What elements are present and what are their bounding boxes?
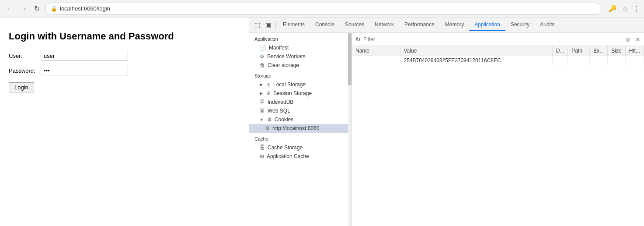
devtools-tabs: ⬚ ▣ Elements Console Sources Network Per… [249,18,644,33]
col-header-http[interactable]: Htt... [625,46,644,56]
col-header-value[interactable]: Value [400,46,552,56]
page-title: Login with Username and Password [9,31,240,42]
manifest-label: Manifest [269,45,289,51]
session-storage-icon: ⊞ [266,90,271,96]
cookies-label: Cookies [275,117,293,123]
key-icon: 🔑 [609,5,617,13]
star-icon: ☆ [622,5,628,13]
col-header-size[interactable]: Size [608,46,625,56]
application-section-label: Application [249,33,352,43]
devtools-panel: ⬚ ▣ Elements Console Sources Network Per… [249,18,644,226]
tab-separator [275,21,276,29]
service-workers-icon: ⚙ [260,53,265,60]
devtools-main: ↻ ⊘ ✕ Name Value D... Path [352,33,644,226]
password-row: Password: [9,66,240,75]
cookies-icon: ⚙ [267,117,272,123]
session-storage-label: Session Storage [273,90,312,96]
indexeddb-label: IndexedDB [268,99,293,105]
table-row[interactable]: 254B70402940825FE37094120116C8EC [352,56,644,65]
web-sql-label: Web SQL [268,108,290,114]
tab-memory[interactable]: Memory [440,19,469,31]
sidebar-item-manifest[interactable]: 📄 Manifest [249,43,352,52]
user-row: User: [9,51,240,60]
filter-bar: ↻ ⊘ ✕ [352,33,644,46]
cell-value: 254B70402940825FE37094120116C8EC [400,56,552,65]
forward-button[interactable]: → [18,4,29,14]
sidebar-item-cookies[interactable]: ▼ ⚙ Cookies [249,115,352,124]
tab-security[interactable]: Security [505,19,535,31]
cache-storage-icon: 🗄 [260,145,265,151]
service-workers-label: Service Workers [267,53,306,60]
local-storage-arrow: ▶ [260,82,263,87]
cookies-table: Name Value D... Path Ex... Size Htt... [352,46,644,226]
url-text: localhost:6060/login [60,5,596,12]
cell-http [625,56,644,65]
sidebar-item-indexeddb[interactable]: 🗄 IndexedDB [249,98,352,106]
tab-elements[interactable]: Elements [278,19,310,31]
cell-path [568,56,590,65]
main-area: Login with Username and Password User: P… [0,18,644,226]
filter-close-icon[interactable]: ✕ [635,36,641,43]
tab-console[interactable]: Console [310,19,340,31]
page-content: Login with Username and Password User: P… [0,18,249,226]
scrollbar-thumb[interactable] [348,33,352,85]
devtools-sidebar: Application 📄 Manifest ⚙ Service Workers… [249,33,352,226]
browser-icons: 🔑 ☆ ⋮ [609,5,640,13]
tab-sources[interactable]: Sources [340,19,369,31]
local-storage-label: Local Storage [273,81,306,88]
tab-application[interactable]: Application [469,19,505,31]
cookie-url-icon: ⚙ [265,125,270,131]
address-bar[interactable]: 🔒 localhost:6060/login [45,3,602,15]
cell-name [352,56,400,65]
menu-icon[interactable]: ⋮ [633,5,640,13]
storage-section-label: Storage [249,70,352,80]
sidebar-item-cookie-url[interactable]: ⚙ http://localhost:6060 [249,124,352,133]
col-header-domain[interactable]: D... [552,46,568,56]
refresh-button[interactable]: ↻ [32,4,42,14]
clear-storage-label: Clear storage [268,62,299,68]
filter-input[interactable] [363,36,623,42]
local-storage-icon: ⊞ [266,81,271,88]
application-cache-icon: ⊞ [260,153,264,159]
sidebar-item-application-cache[interactable]: ⊞ Application Cache [249,152,352,161]
browser-chrome: ← → ↻ 🔒 localhost:6060/login 🔑 ☆ ⋮ [0,0,644,18]
sidebar-item-service-workers[interactable]: ⚙ Service Workers [249,52,352,61]
inspect-icon-button[interactable]: ⬚ [252,20,263,30]
filter-refresh-icon[interactable]: ↻ [355,36,361,43]
devtools-body: Application 📄 Manifest ⚙ Service Workers… [249,33,644,226]
cookie-url-label: http://localhost:6060 [272,125,319,131]
filter-clear-icon[interactable]: ⊘ [626,36,631,43]
scrollbar-track [348,33,352,226]
sidebar-item-cache-storage[interactable]: 🗄 Cache Storage [249,143,352,152]
password-input[interactable] [41,66,128,75]
user-label: User: [9,53,37,59]
lock-icon: 🔒 [51,6,57,12]
indexeddb-icon: 🗄 [260,99,265,105]
col-header-path[interactable]: Path [568,46,590,56]
cache-storage-label: Cache Storage [268,145,303,151]
clear-storage-icon: 🗑 [260,62,265,68]
cell-expires [590,56,608,65]
session-storage-arrow: ▶ [260,91,263,95]
tab-performance[interactable]: Performance [399,19,440,31]
cell-size [608,56,625,65]
cell-domain [552,56,568,65]
tab-network[interactable]: Network [369,19,399,31]
cookies-arrow: ▼ [260,117,264,122]
password-label: Password: [9,67,37,74]
sidebar-item-session-storage[interactable]: ▶ ⊞ Session Storage [249,89,352,98]
login-button[interactable]: Login [9,82,34,92]
sidebar-item-clear-storage[interactable]: 🗑 Clear storage [249,61,352,70]
sidebar-item-web-sql[interactable]: 🗄 Web SQL [249,106,352,115]
manifest-icon: 📄 [260,45,266,51]
back-button[interactable]: ← [4,4,15,14]
user-input[interactable] [41,51,128,60]
device-icon-button[interactable]: ▣ [263,20,274,30]
sidebar-item-local-storage[interactable]: ▶ ⊞ Local Storage [249,80,352,89]
col-header-expires[interactable]: Ex... [590,46,608,56]
tab-audits[interactable]: Audits [535,19,560,31]
cache-section-label: Cache [249,133,352,143]
col-header-name[interactable]: Name [352,46,400,56]
web-sql-icon: 🗄 [260,108,265,114]
application-cache-label: Application Cache [267,153,309,159]
